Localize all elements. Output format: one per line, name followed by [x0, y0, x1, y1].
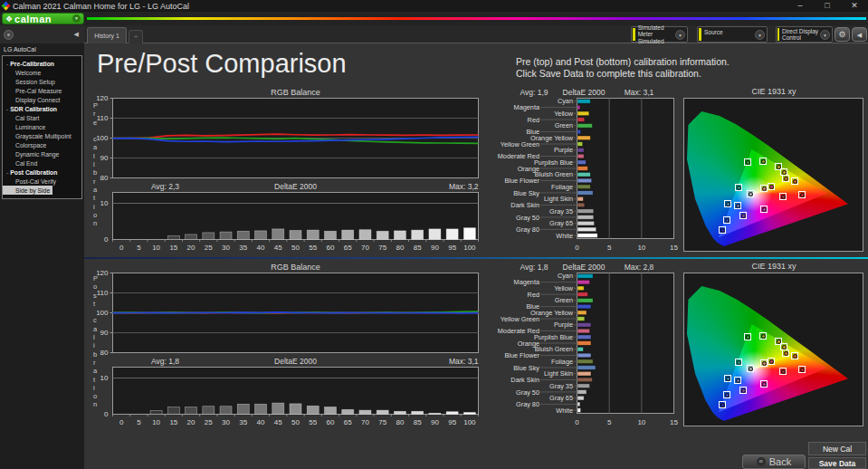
toolbar-back-arrow-icon[interactable]: ◀ [852, 27, 867, 42]
svg-text:Bluish Green: Bluish Green [535, 170, 573, 178]
tree-expander-icon[interactable]: - [6, 61, 8, 67]
display-control-chevron-icon[interactable]: ▼ [820, 30, 830, 40]
sidebar-item-display-connect[interactable]: Display Connect [3, 95, 81, 104]
title-bar: Calman 2021 Calman Home for LG - LG Auto… [0, 0, 868, 12]
meter-dropdown-chevron-icon[interactable]: ▼ [675, 30, 685, 40]
svg-text:5: 5 [607, 244, 612, 252]
svg-text:90: 90 [431, 418, 439, 426]
sidebar-item-post-cal-verify[interactable]: Post-Cal Verify [3, 177, 81, 186]
svg-text:Foliage: Foliage [551, 183, 573, 191]
new-cal-button[interactable]: New Cal [808, 442, 866, 455]
calman-menu-button[interactable]: ❖ calman ▼ [2, 13, 84, 24]
sidebar-item-pre-cal-measure[interactable]: Pre-Cal Measure [3, 86, 81, 95]
close-button[interactable]: ✕ [841, 0, 868, 12]
svg-text:20: 20 [187, 244, 196, 252]
cie-chart-title: CIE 1931 xy [683, 262, 864, 271]
sidebar-item-grayscale-multipoint[interactable]: Grayscale Multipoint [3, 131, 81, 140]
svg-text:Magenta: Magenta [514, 278, 540, 286]
sidebar-collapse-icon[interactable]: ◀ [74, 31, 79, 38]
svg-text:30: 30 [222, 418, 230, 426]
svg-text:Red: Red [528, 291, 539, 299]
display-control-status-stripe [777, 28, 779, 41]
tree-expander-icon[interactable]: - [6, 169, 8, 176]
cie-measured-point [800, 368, 805, 372]
svg-text:DeltaE 2000: DeltaE 2000 [563, 263, 606, 272]
sidebar-radio-icon[interactable] [4, 30, 14, 40]
svg-text:Gray 35: Gray 35 [549, 382, 573, 390]
sidebar-item-dynamic-range[interactable]: Dynamic Range [3, 149, 81, 158]
source-dropdown[interactable]: Source ▼ [697, 26, 768, 43]
tree-expander-icon[interactable]: - [6, 106, 8, 112]
cie-measured-point [741, 388, 746, 393]
cie-measured-point [736, 378, 740, 383]
svg-text:15: 15 [670, 244, 678, 252]
source-dropdown-chevron-icon[interactable]: ▼ [755, 30, 765, 40]
cie-measured-point [769, 185, 774, 189]
svg-text:Avg: 1,9: Avg: 1,9 [520, 88, 548, 97]
tab-history-1[interactable]: History 1 [87, 27, 127, 43]
calman-logo-text: calman [14, 14, 52, 24]
sidebar: ◀ LG AutoCal -Pre-CalibrationWelcomeSess… [0, 25, 84, 469]
svg-text:Purplish Blue: Purplish Blue [534, 158, 573, 167]
svg-text:Blue Flower: Blue Flower [504, 351, 539, 359]
cie-measured-point [761, 159, 766, 164]
svg-text:110: 110 [97, 289, 109, 297]
svg-text:25: 25 [205, 244, 213, 252]
sidebar-item-colorspace[interactable]: Colorspace [3, 140, 81, 149]
svg-text:DeltaE 2000: DeltaE 2000 [563, 88, 606, 97]
sidebar-item-side-by-side[interactable]: Side by Side [3, 186, 52, 195]
cie-measured-point [725, 393, 730, 397]
svg-text:75: 75 [378, 418, 386, 426]
svg-text:100: 100 [96, 134, 109, 142]
svg-text:10: 10 [100, 374, 109, 382]
calman-diamond-icon: ❖ [5, 14, 13, 24]
svg-text:75: 75 [378, 244, 386, 252]
svg-text:100: 100 [463, 244, 476, 252]
calman-menu-chevron-icon[interactable]: ▼ [72, 14, 81, 23]
svg-text:95: 95 [448, 418, 456, 426]
svg-text:Avg: 1,8: Avg: 1,8 [520, 263, 548, 272]
page-title: Pre/Post Comparison [97, 49, 347, 79]
settings-gear-icon[interactable]: ⚙ [835, 27, 850, 42]
pre-colorchecker-deltae-chart: Avg: 1,9DeltaE 2000Max: 3,1051015CyanMag… [493, 87, 679, 252]
cie-measured-point [737, 186, 741, 190]
save-data-button[interactable]: Save Data [808, 457, 866, 469]
add-tab-button[interactable]: + [129, 30, 143, 43]
sidebar-item-welcome[interactable]: Welcome [3, 68, 81, 77]
svg-text:Dark Skin: Dark Skin [510, 201, 539, 209]
cie-measured-point [781, 369, 786, 374]
meter-dropdown[interactable]: Simulated MeterSimulated ▼ [631, 26, 688, 43]
svg-text:20: 20 [187, 418, 196, 426]
app-icon [2, 2, 11, 11]
svg-text:90: 90 [100, 329, 109, 337]
svg-text:Yellow Green: Yellow Green [501, 140, 539, 148]
cie-measured-point [726, 377, 730, 381]
sidebar-section-pre-calibration[interactable]: -Pre-Calibration [3, 59, 81, 68]
pre-cie-1931-chart: CIE 1931 xy [683, 87, 864, 252]
logo-bar: ❖ calman ▼ [0, 12, 868, 25]
minimize-button[interactable]: – [787, 0, 814, 12]
sidebar-root-label: LG AutoCal [4, 46, 36, 53]
page-instructions: Pre (top) and Post (bottom) calibration … [516, 56, 730, 80]
sidebar-item-session-setup[interactable]: Session Setup [3, 77, 81, 86]
sidebar-item-luminance[interactable]: Luminance [3, 122, 81, 131]
sidebar-section-sdr-calibration[interactable]: -SDR Calibration [3, 104, 81, 113]
svg-text:5: 5 [607, 418, 612, 426]
display-control-dropdown[interactable]: Direct Display Control ▼ [776, 26, 833, 43]
back-button[interactable]: « Back [742, 455, 806, 469]
svg-text:0: 0 [104, 235, 109, 244]
sidebar-section-post-calibration[interactable]: -Post Calibration [3, 168, 81, 177]
maximize-button[interactable]: □ [814, 0, 841, 12]
sidebar-item-cal-start[interactable]: Cal Start [3, 113, 81, 122]
source-status-stripe [699, 28, 701, 41]
svg-text:10: 10 [637, 418, 645, 426]
svg-text:Blue Flower: Blue Flower [504, 177, 539, 185]
svg-text:0: 0 [119, 244, 124, 252]
svg-text:Cyan: Cyan [558, 97, 573, 105]
sidebar-item-cal-end[interactable]: Cal End [3, 158, 81, 168]
svg-text:Red: Red [528, 116, 539, 124]
svg-text:40: 40 [257, 418, 265, 426]
svg-text:Light Skin: Light Skin [544, 369, 573, 378]
svg-text:Purplish Blue: Purplish Blue [534, 333, 573, 341]
svg-text:Light Skin: Light Skin [544, 195, 573, 203]
